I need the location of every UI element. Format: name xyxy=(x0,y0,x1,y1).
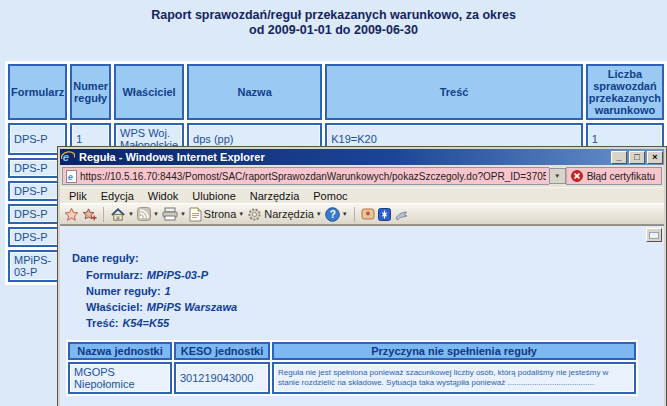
rule-data-heading: Dane reguły: xyxy=(72,252,664,264)
cell-keso-jednostki: 301219043000 xyxy=(174,362,270,394)
certificate-error-badge[interactable]: Błąd certyfikatu xyxy=(566,167,662,185)
favorites-star-icon xyxy=(64,207,79,222)
messenger-icon xyxy=(378,208,391,221)
field-value: MPiPS-03-P xyxy=(147,269,208,281)
column-header-keso-jednostki: KESO jednostki xyxy=(174,342,270,360)
favorites-button[interactable] xyxy=(64,207,79,222)
url-input[interactable]: e https://10.5.16.70:8443/Pomost/SAC/rap… xyxy=(62,167,549,185)
feeds-icon xyxy=(137,207,151,221)
column-header-liczba: Liczba sprawozdań przekazanych warunkowo xyxy=(586,64,664,120)
menu-bar: Plik Edycja Widok Ulubione Narzędzia Pom… xyxy=(60,187,664,203)
browser-content-area: Dane reguły: Formularz:MPiPS-03-P Numer … xyxy=(60,225,664,406)
menu-pomoc[interactable]: Pomoc xyxy=(306,190,354,202)
feeds-button[interactable]: ▼ xyxy=(137,207,159,221)
column-header-tresc: Treść xyxy=(325,64,583,120)
rule-field-numer: Numer reguły:1 xyxy=(86,285,664,298)
scroll-button-glyph xyxy=(649,232,659,239)
field-label: Formularz: xyxy=(86,269,143,281)
cell-przyczyna: Reguła nie jest spełniona ponieważ szacu… xyxy=(272,362,636,394)
address-bar: e https://10.5.16.70:8443/Pomost/SAC/rap… xyxy=(60,165,664,187)
url-text: https://10.5.16.70:8443/Pomost/SAC/rapor… xyxy=(80,171,546,182)
table-row: MGOPS Niepołomice 301219043000 Reguła ni… xyxy=(68,362,636,394)
toolbar-divider xyxy=(354,207,355,222)
column-header-formularz: Formularz xyxy=(8,64,67,120)
add-favorite-star-icon xyxy=(82,207,97,222)
page-title-line2: od 2009-01-01 do 2009-06-30 xyxy=(0,23,667,38)
tools-menu-label: Narzędzia xyxy=(264,208,314,220)
printer-icon xyxy=(162,207,178,221)
ie-logo-icon: e xyxy=(61,150,75,164)
tools-gear-icon xyxy=(247,207,262,222)
home-button[interactable]: ▼ xyxy=(110,207,134,222)
page-title: Raport sprawozdań/reguł przekazanych war… xyxy=(0,8,667,38)
url-dropdown-button[interactable]: ▼ xyxy=(549,168,566,184)
page-menu-button[interactable]: Strona ▼ xyxy=(189,207,244,222)
field-value: K54=K55 xyxy=(122,317,169,329)
menu-ulubione[interactable]: Ulubione xyxy=(185,190,242,202)
detail-table-header-row: Nazwa jednostki KESO jednostki Przyczyna… xyxy=(68,342,636,360)
add-favorite-button[interactable] xyxy=(82,207,97,222)
rule-field-tresc: Treść:K54=K55 xyxy=(86,317,664,330)
column-header-numer-reguly: Numer reguły xyxy=(70,64,111,120)
research-button[interactable] xyxy=(361,207,375,221)
cell-nazwa-jednostki: MGOPS Niepołomice xyxy=(68,362,172,394)
page-favicon-icon: e xyxy=(66,170,77,183)
minimize-button[interactable]: _ xyxy=(611,151,627,164)
page-menu-label: Strona xyxy=(204,208,236,220)
help-dropdown-arrow-icon[interactable]: ▼ xyxy=(342,211,348,217)
print-button[interactable]: ▼ xyxy=(162,207,186,221)
research-icon xyxy=(361,207,375,221)
feeds-dropdown-arrow-icon[interactable]: ▼ xyxy=(153,211,159,217)
print-dropdown-arrow-icon[interactable]: ▼ xyxy=(180,211,186,217)
tools-dropdown-arrow-icon[interactable]: ▼ xyxy=(316,211,322,217)
rule-field-formularz: Formularz:MPiPS-03-P xyxy=(86,269,664,282)
field-value: MPiPS Warszawa xyxy=(147,301,237,313)
send-note-icon xyxy=(394,208,409,221)
field-label: Treść: xyxy=(86,317,118,329)
svg-text:e: e xyxy=(68,172,73,182)
column-header-nazwa: Nazwa xyxy=(187,64,322,120)
page-icon xyxy=(189,207,202,222)
field-label: Numer reguły: xyxy=(86,285,161,297)
page-dropdown-arrow-icon[interactable]: ▼ xyxy=(238,211,244,217)
send-note-button[interactable] xyxy=(394,208,409,221)
menu-widok[interactable]: Widok xyxy=(141,190,186,202)
field-value: 1 xyxy=(165,285,171,297)
window-titlebar[interactable]: e Reguła - Windows Internet Explorer _ □… xyxy=(60,149,664,165)
menu-edycja[interactable]: Edycja xyxy=(94,190,141,202)
command-toolbar: ▼ ▼ ▼ xyxy=(60,203,664,225)
certificate-error-label: Błąd certyfikatu xyxy=(587,171,655,182)
field-label: Właściciel: xyxy=(86,301,143,313)
menu-plik[interactable]: Plik xyxy=(62,190,94,202)
ie-popup-window: e Reguła - Windows Internet Explorer _ □… xyxy=(57,146,667,406)
column-header-przyczyna: Przyczyna nie spełnienia reguły xyxy=(272,342,636,360)
svg-text:?: ? xyxy=(330,209,336,220)
help-button[interactable]: ? ▼ xyxy=(325,207,348,222)
messenger-button[interactable] xyxy=(378,208,391,221)
content-scroll-button[interactable] xyxy=(646,228,662,242)
restore-button[interactable]: □ xyxy=(629,151,645,164)
rule-detail-table: Nazwa jednostki KESO jednostki Przyczyna… xyxy=(66,340,638,396)
column-header-wlasciciel: Właściciel xyxy=(114,64,184,120)
tools-menu-button[interactable]: Narzędzia ▼ xyxy=(247,207,321,222)
home-icon xyxy=(110,207,126,222)
close-button[interactable]: × xyxy=(647,151,663,164)
page-title-line1: Raport sprawozdań/reguł przekazanych war… xyxy=(0,8,667,23)
help-icon: ? xyxy=(325,207,340,222)
toolbar-divider xyxy=(103,207,104,222)
report-table-header-row: Formularz Numer reguły Właściciel Nazwa … xyxy=(8,64,664,120)
window-title: Reguła - Windows Internet Explorer xyxy=(79,151,609,163)
rule-field-wlasciciel: Właściciel:MPiPS Warszawa xyxy=(86,301,664,314)
menu-narzedzia[interactable]: Narzędzia xyxy=(243,190,307,202)
certificate-error-icon xyxy=(571,170,583,182)
column-header-nazwa-jednostki: Nazwa jednostki xyxy=(68,342,172,360)
home-dropdown-arrow-icon[interactable]: ▼ xyxy=(128,211,134,217)
